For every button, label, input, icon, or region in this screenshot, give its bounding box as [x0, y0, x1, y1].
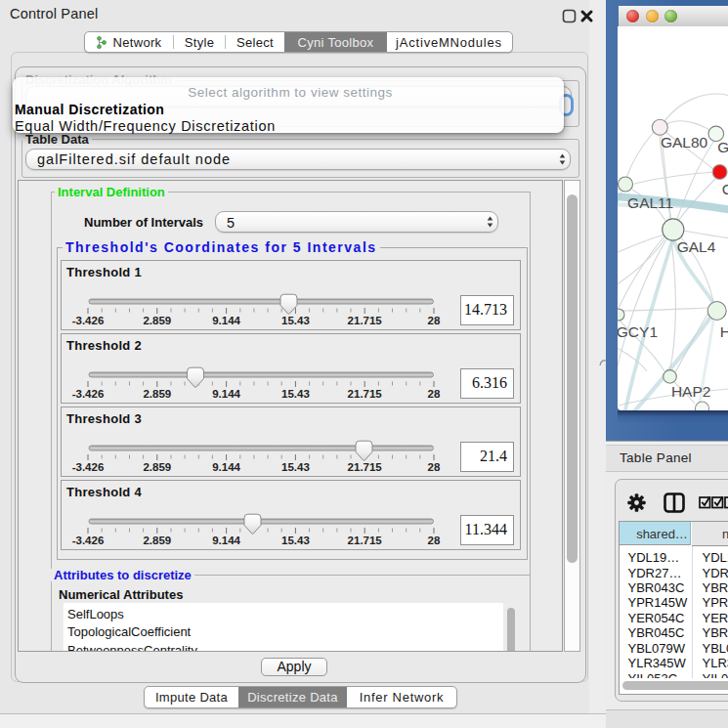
svg-text:GAL11: GAL11: [627, 194, 673, 211]
svg-text:HAP2: HAP2: [671, 383, 711, 400]
svg-text:GAL80: GAL80: [661, 134, 708, 150]
svg-text:H: H: [720, 323, 728, 340]
svg-text:GCY1: GCY1: [618, 323, 658, 340]
svg-text:GA: GA: [717, 139, 728, 155]
svg-text:GAL4: GAL4: [677, 238, 716, 255]
svg-text:C: C: [722, 181, 728, 197]
